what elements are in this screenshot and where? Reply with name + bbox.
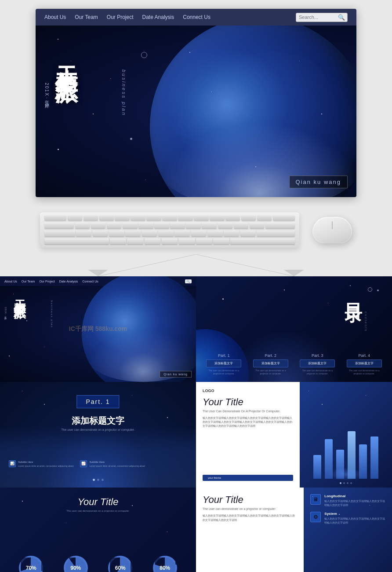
part1-icon-box-1: 📊 — [9, 460, 16, 467]
bar-6 — [370, 436, 378, 479]
part1-icon-text-2: Subtitle Here Lorem ipsum dolor sit amet… — [89, 460, 145, 468]
your-title-sub: The User Can Demonstrate On A Projector … — [203, 410, 293, 413]
part1-subtitle: The user can demonstrate on a projector … — [0, 428, 196, 431]
part-num-2: Part. 2 — [253, 353, 288, 358]
brand-label: Qian ku wang — [289, 176, 348, 188]
mini-nav-team[interactable]: Our Team — [22, 280, 35, 283]
circle-ring-2: 90% — [64, 556, 88, 572]
part1-icon-box-2: 📈 — [80, 460, 87, 467]
connector-area — [0, 254, 392, 276]
hero-nav: About Us Our Team Our Project Date Analy… — [36, 9, 356, 26]
your-title-left: LOGO Your Title The User Can Demonstrate… — [196, 382, 300, 488]
mini-business: business plan — [51, 301, 53, 328]
mini-year: 201X年·你好 — [4, 307, 7, 316]
logo-label: LOGO — [203, 389, 293, 393]
part-num-4: Part. 4 — [347, 353, 382, 358]
yt2-right: 🖥 Longitudinal 输入您的文字说明输入您的文字说明输入您的文字说明输… — [304, 488, 392, 572]
circle-pct-3: 60% — [115, 565, 126, 571]
circles-title: Your Title — [0, 496, 196, 508]
part1-icon-item-2: 📈 Subtitle Here Lorem ipsum dolor sit am… — [80, 460, 145, 468]
mulu-dot — [377, 290, 379, 291]
year-text: 201X年·你好 — [44, 83, 50, 101]
yt2-icon-row-1: 🖥 Longitudinal 输入您的文字说明输入您的文字说明输入您的文字说明输… — [310, 494, 385, 507]
slide-your-title2: Your Title The user can demonstrate on a… — [196, 488, 392, 572]
yt2-icon-row-2: ⚙ System 输入您的文字说明输入您的文字说明输入您的文字说明输入您的文字说… — [310, 512, 385, 525]
search-input[interactable] — [296, 14, 336, 21]
part-btn-1[interactable]: 添加标题文字 — [206, 359, 241, 367]
nav-item-about[interactable]: About Us — [44, 14, 66, 20]
svg-marker-2 — [88, 270, 108, 276]
hero-container: About Us Our Team Our Project Date Analy… — [36, 9, 356, 197]
circle-pct-4: 80% — [160, 565, 170, 571]
mini-nav-connect[interactable]: Connect Us — [82, 280, 98, 283]
part-btn-3[interactable]: 添加标题文字 — [300, 359, 335, 367]
slide-hero-mini: About Us Our Team Our Project Date Analy… — [0, 276, 196, 382]
your-title-btn[interactable]: your theme — [203, 475, 293, 481]
mini-nav-about[interactable]: About Us — [4, 280, 17, 283]
slide-part1: Part. 1 添加标题文字 The user can demonstrate … — [0, 382, 196, 488]
your-title-heading: Your Title — [203, 396, 293, 408]
part-desc-2: The user can demonstrate on a projector … — [253, 369, 288, 375]
hero-nav-search[interactable]: 🔍 — [296, 13, 348, 22]
your-title-right — [300, 382, 392, 488]
your-title-body: 输入您的文字说明输入您的文字说明输入您的文字说明输入您的文字说明输入您的文字说明… — [203, 416, 293, 471]
part-btn-4[interactable]: 添加标题文字 — [347, 359, 382, 367]
hero-banner: 201X年·你好 天生梦想派 business plan Qian ku wan… — [36, 26, 356, 197]
mini-planet — [82, 276, 196, 382]
part-btn-2[interactable]: 添加标题文字 — [253, 359, 288, 367]
nav-item-project[interactable]: Our Project — [107, 14, 134, 20]
part1-badge: Part. 1 — [76, 395, 119, 408]
mini-chinese: 天生梦想派 — [11, 290, 28, 298]
nav-item-connect[interactable]: Connect Us — [183, 14, 211, 20]
mini-nav-project[interactable]: Our Project — [39, 280, 54, 283]
circle-ring-4: 80% — [153, 556, 177, 572]
circle-ring-1: 70% — [19, 556, 43, 572]
bar-1 — [313, 455, 321, 479]
part-desc-4: The user can demonstrate on a projector … — [347, 369, 382, 375]
chart-glow — [328, 468, 363, 481]
slides-grid: About Us Our Team Our Project Date Analy… — [0, 276, 392, 572]
circle-item-1: 70% — [19, 556, 43, 572]
hero-chinese-title: 天生梦想派 — [53, 48, 80, 65]
yt2-sub: The user can demonstrate on a projector … — [203, 507, 297, 510]
mulu-contents-label: contents — [364, 312, 368, 332]
slide-circles: Your Title The user can demonstrate on a… — [0, 488, 196, 572]
part1-fog — [0, 426, 196, 488]
circle-item-4: 80% — [153, 556, 177, 572]
part1-icon-text-1: Subtitle Here Lorem ipsum dolor sit amet… — [18, 460, 73, 468]
nav-item-date[interactable]: Date Analysis — [142, 14, 174, 20]
circle-ring-3: 60% — [108, 556, 132, 572]
mulu-title: 目录 — [341, 290, 366, 294]
mulu-part-3: Part. 3 添加标题文字 The user can demonstrate … — [300, 353, 335, 375]
part1-dots — [0, 479, 196, 481]
mouse-visual — [312, 217, 352, 243]
deco-dot — [130, 138, 132, 140]
yt2-left: Your Title The user can demonstrate on a… — [196, 488, 304, 572]
mulu-contents: Part. 1 添加标题文字 The user can demonstrate … — [196, 353, 392, 375]
svg-marker-3 — [284, 270, 304, 276]
hero-stars — [36, 26, 356, 197]
circle-pct-2: 90% — [70, 565, 81, 571]
yt2-text-1: Longitudinal 输入您的文字说明输入您的文字说明输入您的文字说明输入您… — [324, 494, 385, 507]
deco-circle — [141, 52, 147, 58]
yt2-icon-1: 🖥 — [310, 494, 321, 505]
yt2-body: 输入您的文字说明输入您的文字说明输入您的文字说明输入您的文字说明输入您的文字说明… — [203, 514, 297, 522]
slide-mulu: 目录 contents Part. 1 添加标题文字 The user can … — [196, 276, 392, 382]
part-num-1: Part. 1 — [206, 353, 241, 358]
part1-icons-row: 📊 Subtitle Here Lorem ipsum dolor sit am… — [9, 460, 187, 468]
nav-item-team[interactable]: Our Team — [75, 14, 98, 20]
mulu-part-1: Part. 1 添加标题文字 The user can demonstrate … — [206, 353, 241, 375]
slide-your-title: LOGO Your Title The User Can Demonstrate… — [196, 382, 392, 488]
circles-sub: The user can demonstrate on a projector … — [0, 510, 196, 512]
yt2-icon-2: ⚙ — [310, 512, 321, 522]
search-button[interactable]: 🔍 — [336, 13, 347, 22]
part-num-3: Part. 3 — [300, 353, 335, 358]
yt2-title: Your Title — [203, 494, 297, 506]
circle-item-2: 90% — [64, 556, 88, 572]
svg-line-0 — [98, 254, 196, 276]
part-desc-1: The user can demonstrate on a projector … — [206, 369, 241, 375]
mini-nav-date[interactable]: Date Analysis — [59, 280, 78, 283]
part-desc-3: The user can demonstrate on a projector … — [300, 369, 335, 375]
mulu-circle — [368, 287, 372, 292]
mulu-part-2: Part. 2 添加标题文字 The user can demonstrate … — [253, 353, 288, 375]
